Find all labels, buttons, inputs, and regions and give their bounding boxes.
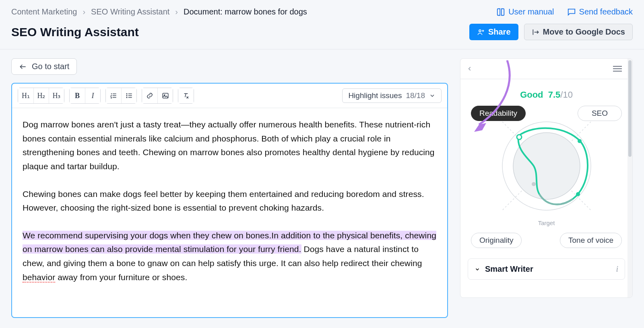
chevron-down-icon [429, 92, 436, 99]
clear-group [178, 88, 194, 104]
user-manual-link[interactable]: User manual [496, 7, 554, 16]
share-button[interactable]: Share [469, 24, 518, 40]
heading-group [18, 88, 64, 104]
editor-toolbar: B I [12, 84, 447, 108]
h2-button[interactable] [33, 88, 49, 103]
svg-point-13 [576, 192, 580, 196]
highlight-issues-button[interactable]: Highlight issues 18/18 [342, 88, 442, 103]
pill-tone[interactable]: Tone of voice [560, 233, 622, 248]
pill-seo[interactable]: SEO [578, 106, 622, 121]
svg-point-2 [126, 95, 127, 96]
breadcrumb-current: Document: marrow bones for dogs [184, 7, 307, 16]
image-icon [162, 92, 169, 99]
radar-chart [486, 106, 607, 226]
paragraph: We recommend supervising your dogs when … [23, 229, 437, 285]
ordered-list-button[interactable] [106, 88, 121, 103]
paragraph: Chewing bones can make dogs feel better … [23, 187, 437, 215]
clear-format-icon [182, 92, 190, 99]
export-icon [532, 28, 540, 36]
move-google-docs-button[interactable]: Move to Google Docs [524, 24, 633, 40]
svg-point-11 [517, 135, 522, 139]
svg-point-0 [479, 30, 481, 32]
svg-point-10 [513, 133, 580, 199]
style-group: B I [69, 88, 101, 104]
book-icon [496, 8, 505, 16]
chevron-left-icon [467, 64, 473, 73]
list-group [105, 88, 137, 104]
breadcrumb-level1[interactable]: Content Marketing [11, 7, 77, 16]
page-title: SEO Writing Assistant [11, 25, 139, 39]
svg-point-12 [578, 139, 582, 143]
panel-back-button[interactable] [467, 64, 473, 73]
unordered-list-button[interactable] [121, 88, 136, 103]
feedback-icon [567, 8, 576, 16]
chevron-right-icon: › [175, 7, 178, 16]
svg-point-3 [126, 97, 127, 98]
go-to-start-button[interactable]: Go to start [11, 58, 77, 75]
smart-writer-toggle[interactable]: Smart Writer i [468, 258, 625, 280]
pill-originality[interactable]: Originality [471, 233, 522, 248]
clear-format-button[interactable] [178, 88, 194, 103]
info-icon[interactable]: i [616, 264, 618, 274]
spelling-issue: behavior [23, 273, 55, 283]
link-icon [146, 92, 153, 99]
arrow-left-icon [19, 63, 27, 71]
pill-readability[interactable]: Readability [471, 106, 526, 121]
bold-button[interactable]: B [70, 88, 85, 103]
chevron-down-icon [475, 266, 480, 272]
chevron-right-icon: › [83, 7, 85, 16]
h3-button[interactable] [49, 88, 64, 103]
insert-group [142, 88, 173, 104]
ordered-list-icon [110, 92, 117, 99]
paragraph: Dog marrow bones aren't just a tasty tre… [23, 118, 437, 174]
panel-menu-button[interactable] [613, 66, 622, 72]
svg-point-1 [126, 94, 127, 94]
editor-body[interactable]: Dog marrow bones aren't just a tasty tre… [12, 108, 447, 317]
breadcrumb-level2[interactable]: SEO Writing Assistant [91, 7, 169, 16]
share-user-icon [477, 28, 485, 36]
send-feedback-link[interactable]: Send feedback [567, 7, 633, 16]
unordered-list-icon [126, 92, 133, 99]
overall-score: Good 7.5/10 [460, 79, 632, 104]
h1-button[interactable] [18, 88, 33, 103]
image-button[interactable] [157, 88, 173, 103]
target-label: Target [538, 219, 555, 226]
editor-card: B I [11, 83, 448, 318]
analysis-panel: Good 7.5/10 Readability SEO Originality … [460, 58, 633, 298]
svg-point-14 [532, 182, 536, 186]
link-button[interactable] [142, 88, 157, 103]
italic-button[interactable]: I [85, 88, 100, 103]
